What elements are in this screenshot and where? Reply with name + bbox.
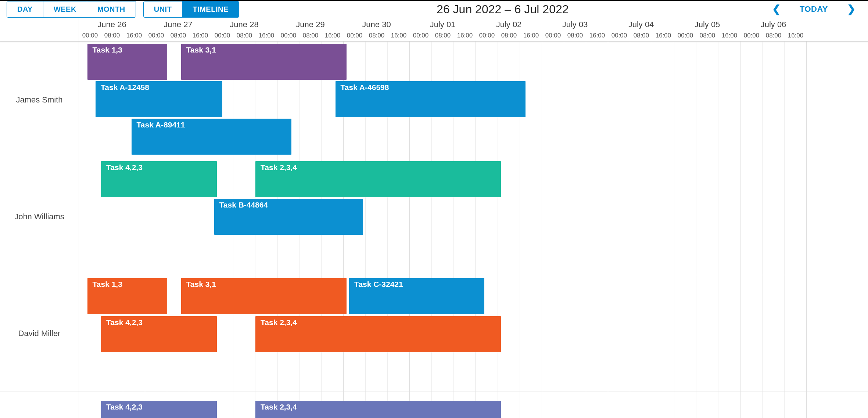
hour-header: 16:00 (586, 32, 608, 41)
hour-header: 08:00 (564, 32, 586, 41)
timeline-row[interactable]: Task 4,2,3Task 2,3,4Task B-44864 (79, 158, 868, 275)
timeline-grid: June 26June 27June 28June 29June 30July … (0, 18, 868, 418)
hour-header: 00:00 (608, 32, 630, 41)
hour-header: 08:00 (101, 32, 123, 41)
event-bar[interactable]: Task C-32421 (349, 278, 484, 314)
hour-header: 16:00 (322, 32, 344, 41)
day-header: July 04 (608, 18, 674, 32)
hour-header: 16:00 (388, 32, 410, 41)
hour-header: 16:00 (123, 32, 145, 41)
resource-header-spacer (0, 18, 79, 41)
range-mode-week[interactable]: WEEK (43, 1, 87, 17)
day-header-row: June 26June 27June 28June 29June 30July … (79, 18, 868, 32)
view-mode-group: UNITTIMELINE (143, 1, 239, 18)
hour-header: 16:00 (189, 32, 211, 41)
hour-header: 00:00 (740, 32, 763, 41)
resource-label: James Smith (0, 42, 79, 158)
hour-header: 16:00 (785, 32, 807, 41)
hour-header: 00:00 (410, 32, 432, 41)
hour-header: 00:00 (674, 32, 696, 41)
day-header: June 29 (277, 18, 344, 32)
event-bar[interactable]: Task 3,1 (181, 278, 347, 314)
hour-header: 00:00 (79, 32, 101, 41)
time-header: June 26June 27June 28June 29June 30July … (79, 18, 868, 41)
day-header: July 02 (476, 18, 542, 32)
hour-header: 08:00 (366, 32, 388, 41)
day-header: June 26 (79, 18, 145, 32)
day-header: June 28 (211, 18, 277, 32)
hour-header: 08:00 (696, 32, 718, 41)
hour-header: 08:00 (300, 32, 322, 41)
event-bar[interactable]: Task 4,2,3 (101, 401, 217, 418)
timeline-row[interactable]: Task 4,2,3Task 2,3,4 (79, 392, 868, 418)
event-bar[interactable]: Task 3,1 (181, 44, 347, 80)
hour-header: 16:00 (652, 32, 674, 41)
scheduler-app: DAYWEEKMONTH UNITTIMELINE 26 Jun 2022 – … (0, 0, 868, 418)
timeline-body[interactable]: Task 1,3Task 3,1Task A-12458Task A-46598… (79, 42, 868, 418)
hour-header: 00:00 (476, 32, 498, 41)
day-header: July 01 (410, 18, 476, 32)
event-bar[interactable]: Task 1,3 (87, 44, 168, 80)
resource-label: David Miller (0, 275, 79, 392)
hour-header: 08:00 (763, 32, 785, 41)
resource-labels: James SmithJohn WilliamsDavid Miller (0, 42, 79, 418)
event-bar[interactable]: Task 1,3 (87, 278, 168, 314)
hour-header: 16:00 (454, 32, 476, 41)
day-header: July 03 (542, 18, 608, 32)
timeline-row[interactable]: Task 1,3Task 3,1Task A-12458Task A-46598… (79, 42, 868, 158)
resource-label: John Williams (0, 158, 79, 275)
range-mode-day[interactable]: DAY (7, 1, 43, 17)
event-bar[interactable]: Task 2,3,4 (255, 401, 501, 418)
range-mode-group: DAYWEEKMONTH (7, 1, 136, 18)
hour-header: 00:00 (211, 32, 233, 41)
event-bar[interactable]: Task 4,2,3 (101, 161, 217, 197)
event-bar[interactable]: Task 2,3,4 (255, 161, 501, 197)
hour-header: 00:00 (344, 32, 366, 41)
event-bar[interactable]: Task 4,2,3 (101, 316, 217, 352)
timeline-body-area: James SmithJohn WilliamsDavid Miller Tas… (0, 42, 868, 418)
next-button[interactable]: ❯ (841, 1, 861, 17)
hour-header: 08:00 (167, 32, 189, 41)
hour-header: 00:00 (145, 32, 167, 41)
event-bar[interactable]: Task 2,3,4 (255, 316, 501, 352)
range-mode-month[interactable]: MONTH (87, 1, 136, 17)
day-header: June 30 (344, 18, 410, 32)
event-bar[interactable]: Task A-46598 (336, 81, 526, 117)
day-header: July 06 (740, 18, 807, 32)
event-bar[interactable]: Task A-89411 (132, 119, 291, 155)
hour-header: 16:00 (255, 32, 277, 41)
day-header: July 05 (674, 18, 740, 32)
hour-header: 08:00 (498, 32, 520, 41)
hour-header: 00:00 (542, 32, 564, 41)
view-mode-timeline[interactable]: TIMELINE (182, 1, 238, 17)
resource-label (0, 392, 79, 418)
date-range-title: 26 Jun 2022 – 6 Jul 2022 (247, 3, 759, 16)
day-header: June 27 (145, 18, 211, 32)
toolbar: DAYWEEKMONTH UNITTIMELINE 26 Jun 2022 – … (0, 1, 868, 18)
event-bar[interactable]: Task B-44864 (214, 199, 363, 235)
hour-header: 16:00 (718, 32, 740, 41)
hour-header: 00:00 (277, 32, 300, 41)
hour-header: 08:00 (630, 32, 652, 41)
event-bar[interactable]: Task A-12458 (96, 81, 222, 117)
today-button[interactable]: TODAY (790, 1, 837, 18)
hour-header: 08:00 (233, 32, 255, 41)
hour-header: 08:00 (432, 32, 454, 41)
timeline-header: June 26June 27June 28June 29June 30July … (0, 18, 868, 42)
view-mode-unit[interactable]: UNIT (144, 1, 183, 17)
prev-button[interactable]: ❮ (766, 1, 786, 17)
hour-header-row: 00:0008:0016:0000:0008:0016:0000:0008:00… (79, 32, 868, 41)
hour-header: 16:00 (520, 32, 542, 41)
nav-group: ❮ TODAY ❯ (766, 1, 861, 18)
timeline-row[interactable]: Task 1,3Task 3,1Task C-32421Task 4,2,3Ta… (79, 275, 868, 392)
